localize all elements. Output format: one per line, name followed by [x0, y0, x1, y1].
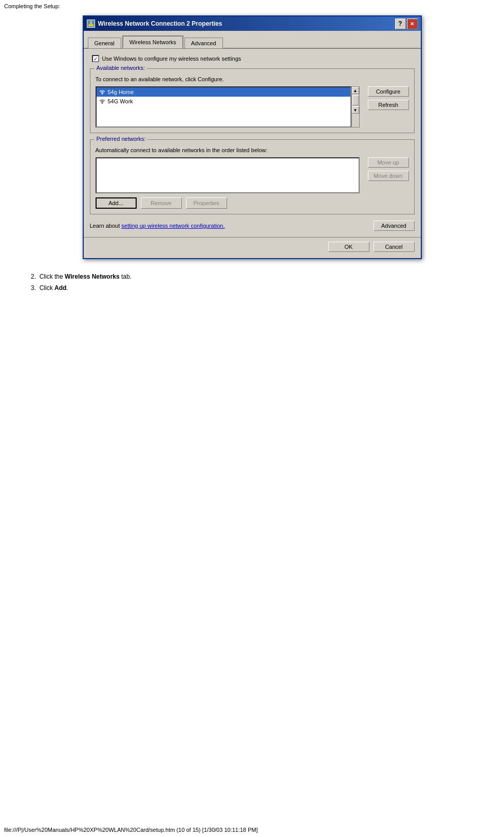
dialog-title: Wireless Network Connection 2 Properties	[98, 20, 222, 27]
configure-button[interactable]: Configure	[368, 86, 409, 97]
available-networks-label: Available networks:	[95, 65, 147, 71]
remove-button[interactable]: Remove	[141, 197, 182, 209]
network-list-row: 54g Home 54G Work	[96, 86, 409, 128]
tab-wireless-networks[interactable]: Wireless Networks	[122, 35, 183, 48]
step3-text: Click	[40, 284, 54, 292]
page-label: Completing the Setup:	[4, 3, 60, 9]
network-name-1: 54g Home	[108, 89, 134, 95]
step2-text: Click the	[40, 273, 65, 280]
title-buttons: ? ✕	[395, 19, 418, 29]
refresh-button[interactable]: Refresh	[368, 100, 409, 110]
add-button[interactable]: Add...	[96, 197, 137, 209]
available-networks-group: Available networks: To connect to an ava…	[90, 68, 415, 133]
checkbox-label: Use Windows to configure my wireless net…	[102, 56, 241, 62]
signal-icon-1	[99, 88, 106, 96]
network-name-2: 54G Work	[108, 98, 133, 104]
scroll-thumb[interactable]	[352, 95, 359, 105]
step3-end: .	[66, 284, 68, 292]
instructions: 2. Click the Wireless Networks tab. 3. C…	[0, 271, 132, 294]
available-networks-desc: To connect to an available network, clic…	[96, 76, 409, 82]
preferred-networks-group: Preferred networks: Automatically connec…	[90, 139, 415, 214]
checkbox-row: ✓ Use Windows to configure my wireless n…	[92, 55, 415, 62]
svg-rect-0	[88, 24, 94, 26]
tab-strip: General Wireless Networks Advanced	[84, 31, 421, 49]
help-button[interactable]: ?	[395, 19, 406, 29]
learn-static: Learn about	[90, 223, 122, 229]
svg-rect-1	[90, 22, 92, 24]
dialog-content: ✓ Use Windows to configure my wireless n…	[84, 49, 421, 237]
available-scrollbar[interactable]: ▲ ▼	[351, 86, 360, 128]
preferred-action-row: Add... Remove Properties	[96, 197, 409, 209]
signal-icon-2	[99, 98, 106, 105]
advanced-button[interactable]: Advanced	[374, 221, 415, 231]
step2-end: tab.	[120, 273, 132, 280]
bottom-url: file:///P|/User%20Manuals/HP%20XP%20WLAN…	[4, 827, 258, 833]
svg-point-4	[101, 102, 103, 104]
scroll-up-btn[interactable]: ▲	[352, 87, 359, 94]
learn-row: Learn about setting up wireless network …	[90, 221, 415, 231]
learn-link[interactable]: setting up wireless network configuratio…	[121, 223, 225, 229]
dialog-window: Wireless Network Connection 2 Properties…	[83, 15, 422, 259]
step2-bold: Wireless Networks	[65, 273, 120, 280]
network-icon	[87, 20, 95, 28]
preferred-networks-desc: Automatically connect to available netwo…	[96, 147, 409, 153]
preferred-list-area: Move up Move down	[96, 157, 409, 193]
network-item-54g-home[interactable]: 54g Home	[97, 87, 350, 97]
svg-point-3	[101, 93, 103, 95]
available-side-buttons: Configure Refresh	[368, 86, 409, 110]
cancel-button[interactable]: Cancel	[374, 242, 415, 252]
move-down-button[interactable]: Move down	[368, 171, 409, 181]
tab-general[interactable]: General	[88, 38, 121, 48]
preferred-networks-label: Preferred networks:	[95, 136, 148, 142]
close-button[interactable]: ✕	[407, 19, 418, 29]
title-bar: Wireless Network Connection 2 Properties…	[84, 16, 421, 31]
svg-point-2	[90, 21, 91, 22]
listbox-with-scrollbar: 54g Home 54G Work	[96, 86, 360, 128]
learn-text: Learn about setting up wireless network …	[90, 223, 225, 229]
preferred-network-listbox[interactable]	[96, 157, 360, 193]
tab-advanced[interactable]: Advanced	[184, 38, 223, 48]
configure-checkbox[interactable]: ✓	[92, 55, 99, 62]
available-network-listbox[interactable]: 54g Home 54G Work	[96, 86, 351, 128]
properties-button[interactable]: Properties	[186, 197, 227, 209]
move-up-button[interactable]: Move up	[368, 157, 409, 168]
title-bar-left: Wireless Network Connection 2 Properties	[87, 20, 222, 28]
step3-bold: Add	[54, 284, 66, 292]
dialog-bottom-buttons: OK Cancel	[84, 237, 421, 258]
instruction-step2: 2. Click the Wireless Networks tab.	[31, 271, 132, 283]
preferred-side-buttons: Move up Move down	[368, 157, 409, 181]
scroll-down-btn[interactable]: ▼	[352, 106, 359, 114]
network-item-54g-work[interactable]: 54G Work	[97, 97, 350, 106]
ok-button[interactable]: OK	[328, 242, 369, 252]
instruction-step3: 3. Click Add.	[31, 283, 132, 294]
